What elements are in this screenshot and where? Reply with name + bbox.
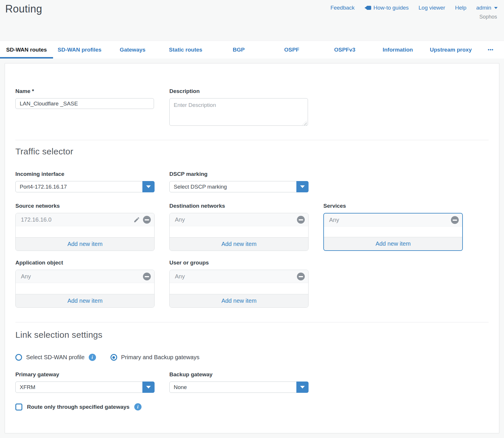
video-camera-icon (365, 6, 371, 10)
application-object-list: Any Add new item (15, 270, 155, 308)
backup-gateway-select[interactable]: None (169, 382, 309, 393)
list-empty-area (170, 226, 308, 237)
link-selection-heading: Link selection settings (15, 330, 489, 340)
dropdown-arrow-button[interactable] (296, 181, 309, 192)
name-field-group: Name * (15, 88, 155, 109)
dropdown-arrow-button[interactable] (142, 382, 155, 393)
admin-menu[interactable]: admin (476, 5, 498, 11)
tab-sdwan-profiles[interactable]: SD-WAN profiles (53, 41, 106, 59)
help-label: Help (455, 5, 466, 11)
remove-item-icon[interactable] (451, 216, 459, 224)
dscp-marking-group: DSCP marking Select DSCP marking (169, 171, 309, 192)
section-divider (15, 140, 489, 140)
list-item-value: Any (329, 217, 339, 223)
incoming-interface-value: Port4-172.16.16.17 (16, 184, 67, 190)
add-new-item-button[interactable]: Add new item (170, 237, 308, 251)
description-textarea[interactable] (169, 98, 308, 126)
remove-item-icon[interactable] (143, 273, 151, 280)
minus-icon (143, 273, 151, 280)
remove-item-icon[interactable] (297, 273, 305, 280)
feedback-link[interactable]: Feedback (330, 5, 354, 11)
dropdown-arrow-button[interactable] (142, 181, 155, 192)
radio-icon (15, 354, 22, 361)
backup-gateway-value: None (170, 384, 187, 390)
user-or-groups-group: User or groups Any Add new item (169, 260, 309, 308)
list-item: 172.16.16.0 (16, 213, 154, 226)
tab-information[interactable]: Information (371, 41, 424, 59)
destination-networks-label: Destination networks (169, 203, 309, 209)
destination-networks-list: Any Add new item (169, 213, 309, 251)
list-item-value: 172.16.16.0 (21, 216, 52, 223)
minus-icon (143, 216, 151, 224)
tab-upstream-proxy[interactable]: Upstream proxy (424, 41, 477, 59)
services-label: Services (323, 203, 463, 209)
help-link[interactable]: Help (455, 5, 466, 11)
info-icon[interactable]: i (134, 403, 142, 410)
radio-selected-icon (110, 354, 117, 361)
tab-ospfv3[interactable]: OSPFv3 (318, 41, 371, 59)
add-new-item-button[interactable]: Add new item (170, 294, 308, 307)
radio-sdwan-profile[interactable]: Select SD-WAN profile i (15, 354, 96, 361)
add-new-item-button[interactable]: Add new item (16, 237, 154, 251)
routing-tabbar: SD-WAN routes SD-WAN profiles Gateways S… (0, 41, 504, 59)
list-empty-area (16, 283, 154, 294)
triangle-down-icon (146, 185, 151, 188)
route-only-checkbox-label: Route only through specified gateways (27, 404, 130, 410)
admin-menu-label: admin (476, 5, 491, 11)
tab-gateways[interactable]: Gateways (106, 41, 159, 59)
description-field-group: Description (169, 88, 309, 127)
incoming-interface-select[interactable]: Port4-172.16.16.17 (15, 181, 155, 192)
add-new-item-button[interactable]: Add new item (16, 294, 154, 307)
tab-bgp[interactable]: BGP (212, 41, 265, 59)
primary-gateway-select[interactable]: XFRM (15, 382, 155, 393)
chevron-down-icon (494, 7, 498, 9)
tab-more-menu[interactable]: ••• (477, 41, 504, 59)
tab-sdwan-routes[interactable]: SD-WAN routes (0, 41, 53, 59)
howto-guides-link[interactable]: How-to guides (365, 5, 409, 11)
dscp-marking-label: DSCP marking (169, 171, 309, 177)
log-viewer-link[interactable]: Log viewer (418, 5, 445, 11)
section-divider (15, 322, 489, 322)
list-item-value: Any (175, 216, 185, 223)
edit-pencil-icon[interactable] (133, 216, 140, 223)
radio-sdwan-profile-label: Select SD-WAN profile (26, 354, 85, 361)
remove-item-icon[interactable] (143, 216, 151, 224)
minus-icon (451, 216, 459, 224)
primary-gateway-value: XFRM (16, 384, 35, 390)
info-icon[interactable]: i (89, 354, 96, 361)
page-header: Routing Feedback How-to guides Log viewe… (0, 0, 504, 41)
list-empty-area (16, 226, 154, 237)
name-label: Name * (15, 88, 155, 94)
minus-icon (297, 273, 305, 280)
feedback-label: Feedback (330, 5, 354, 11)
incoming-interface-label: Incoming interface (15, 171, 155, 177)
brand-label: Sophos (479, 14, 497, 20)
triangle-down-icon (146, 386, 151, 388)
list-item-value: Any (175, 273, 185, 280)
radio-primary-backup[interactable]: Primary and Backup gateways (110, 354, 200, 361)
dscp-marking-select[interactable]: Select DSCP marking (169, 181, 309, 192)
user-or-groups-list: Any Add new item (169, 270, 309, 308)
application-object-group: Application object Any Add new item (15, 260, 155, 308)
add-new-item-button[interactable]: Add new item (324, 237, 462, 250)
primary-gateway-label: Primary gateway (15, 371, 155, 378)
incoming-interface-group: Incoming interface Port4-172.16.16.17 (15, 171, 155, 192)
tab-ospf[interactable]: OSPF (265, 41, 318, 59)
name-input[interactable] (15, 98, 154, 109)
tab-static-routes[interactable]: Static routes (159, 41, 212, 59)
dropdown-arrow-button[interactable] (296, 382, 309, 393)
list-item-value: Any (21, 273, 31, 280)
log-viewer-label: Log viewer (418, 5, 445, 11)
triangle-down-icon (300, 185, 305, 188)
source-networks-list: 172.16.16.0 Add new item (15, 213, 155, 251)
remove-item-icon[interactable] (297, 216, 305, 224)
application-object-label: Application object (15, 260, 155, 266)
traffic-selector-heading: Traffic selector (15, 147, 489, 156)
utility-nav: Feedback How-to guides Log viewer Help a… (330, 5, 498, 11)
description-label: Description (169, 88, 309, 94)
primary-gateway-group: Primary gateway XFRM (15, 371, 155, 393)
list-item: Any (170, 270, 308, 283)
list-empty-area (170, 283, 308, 294)
dscp-marking-value: Select DSCP marking (170, 184, 227, 190)
route-only-checkbox[interactable] (15, 404, 22, 410)
